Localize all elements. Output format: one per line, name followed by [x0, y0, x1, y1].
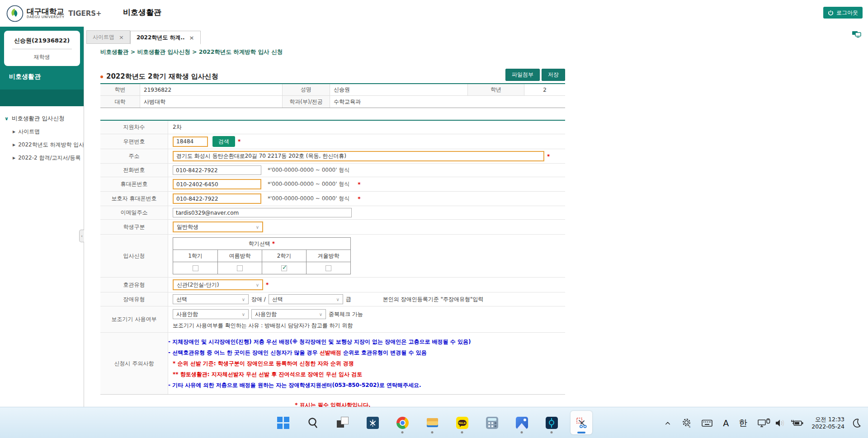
hidden-icons-chevron[interactable] — [663, 418, 673, 428]
tab-summer-application[interactable]: 2022학년도 하계.. × — [130, 31, 201, 44]
major-label: 학과(부)/전공 — [283, 96, 330, 108]
kakaotalk-button[interactable]: TALK — [451, 411, 473, 434]
save-button[interactable]: 저장 — [542, 69, 565, 81]
ink-app-icon — [367, 417, 379, 429]
touch-keyboard-icon[interactable] — [701, 417, 713, 429]
top-header: 대구대학교 DAEGU UNIVERSITY TIGERS+ 비호생활관 로그아… — [0, 0, 868, 27]
guardian-mobile-row: 보호자 휴대폰번호 *'000-0000-0000 ~ 0000' 형식 * — [100, 192, 565, 206]
assistive-device-row: 보조기기 사용여부 사용안함 ∨ 사용안함 ∨ 중복체크 가능 — [100, 306, 565, 333]
orange-bullet-icon — [100, 75, 103, 78]
dorm-type-label: 호관유형 — [100, 278, 168, 292]
dorm-type-row: 호관유형 신관(2인실-단기) ∨ * — [100, 278, 565, 292]
phone-row: 전화번호 *'000-0000-0000 ~ 0000' 형식 — [100, 164, 565, 177]
disability-type-select[interactable]: 선택 ∨ — [173, 294, 249, 304]
running-indicator — [401, 431, 404, 433]
kakaotalk-icon: TALK — [456, 417, 468, 429]
university-logo[interactable]: 대구대학교 DAEGU UNIVERSITY TIGERS+ — [6, 5, 102, 22]
snipping-tool-icon — [576, 417, 588, 429]
round-label: 지원차수 — [100, 121, 168, 134]
svg-text:s: s — [689, 424, 691, 429]
notice-label: 신청시 주의사항 — [100, 333, 168, 394]
mobile-format-hint: *'000-0000-0000 ~ 0000' 형식 — [268, 180, 349, 188]
email-input[interactable] — [173, 208, 352, 217]
attach-file-button[interactable]: 파일첨부 — [505, 69, 540, 81]
mobile-input[interactable] — [173, 179, 261, 189]
sidebar-collapse-handle[interactable]: ‹ — [79, 230, 84, 242]
sidebar: 신승원(21936822) 재학생 비호생활관 ∨ 비호생활관 입사신청 ▶ 사… — [0, 27, 84, 407]
breadcrumb: 비호생활관 > 비호생활관 입사신청 > 2022학년도 하계방학 입사 신청 — [100, 48, 868, 56]
notice-row: 신청시 주의사항 - 지체장애인 및 시각장애인(진행) 저층 우선 배정(※ … — [100, 333, 565, 394]
semester-table-title: 학기선택 — [249, 240, 270, 248]
semester-checkbox[interactable] — [237, 265, 243, 271]
assistive-label: 보조기기 사용여부 — [100, 306, 168, 332]
sidebar-item-sitemap[interactable]: ▶ 사이트맵 — [0, 125, 84, 138]
taskbar-clock[interactable]: 오전 12:33 2022-05-24 — [811, 416, 844, 430]
start-button[interactable] — [272, 411, 294, 434]
search-button[interactable] — [302, 411, 324, 434]
university-emblem-icon — [6, 5, 24, 22]
chevron-down-icon: ∨ — [256, 225, 259, 230]
triangle-right-icon: ▶ — [13, 130, 15, 134]
selected-value: 사용안함 — [255, 311, 277, 318]
ink-app-button[interactable] — [362, 411, 383, 434]
calculator-button[interactable] — [481, 411, 503, 434]
student-type-label: 학생구분 — [100, 220, 168, 234]
guardian-mobile-label: 보호자 휴대폰번호 — [100, 192, 168, 206]
logout-button[interactable]: 로그아웃 — [823, 7, 863, 19]
required-mark: * — [547, 153, 550, 160]
running-indicator — [551, 431, 553, 433]
required-mark: * — [358, 196, 360, 202]
email-label: 이메일주소 — [100, 206, 168, 219]
sidebar-item-application-root[interactable]: ∨ 비호생활관 입사신청 — [0, 112, 84, 125]
disability-grade-select[interactable]: 선택 ∨ — [269, 294, 343, 304]
chrome-icon — [396, 417, 409, 429]
sidebar-item-summer-application[interactable]: ▶ 2022학년도 하계방학 입사 — [0, 138, 84, 151]
windows-taskbar: TALK — [0, 407, 868, 438]
settings-gear-icon[interactable]: s — [681, 417, 692, 429]
phone-input[interactable] — [173, 165, 261, 175]
ime-latin-indicator[interactable]: A — [723, 418, 729, 428]
photos-button[interactable] — [511, 411, 533, 434]
student-type-row: 학생구분 일반학생 ∨ — [100, 220, 565, 235]
round-value: 2차 — [173, 123, 182, 131]
tab-sitemap[interactable]: 사이트맵 × — [86, 30, 130, 44]
zipcode-search-button[interactable]: 검색 — [212, 136, 235, 147]
guardian-format-hint: *'000-0000-0000 ~ 0000' 형식 — [268, 195, 349, 203]
assistive-select-1[interactable]: 사용안함 ∨ — [173, 309, 249, 319]
user-status-badge: 재학생 — [4, 53, 80, 61]
volume-icon[interactable] — [774, 417, 786, 429]
address-input[interactable] — [173, 151, 544, 161]
dorm-type-select[interactable]: 신관(2인실-단기) ∨ — [173, 279, 263, 290]
close-icon[interactable]: × — [119, 34, 124, 41]
chrome-button[interactable] — [392, 411, 413, 434]
round-row: 지원차수 2차 — [100, 121, 565, 134]
selected-value: 선택 — [176, 296, 187, 303]
file-explorer-button[interactable] — [421, 411, 443, 434]
disability-label: 장애유형 — [100, 292, 168, 306]
ime-korean-indicator[interactable]: 한 — [739, 417, 747, 429]
running-indicator — [461, 431, 463, 433]
battery-charging-icon[interactable] — [790, 417, 804, 429]
required-mark: * — [238, 138, 241, 145]
address-row: 주소 * — [100, 149, 565, 164]
snipping-tool-button[interactable] — [571, 411, 592, 434]
display-device-icon[interactable] — [757, 417, 771, 429]
semester-checkbox[interactable] — [281, 265, 287, 271]
task-view-button[interactable] — [332, 411, 354, 434]
assistive-select-2[interactable]: 사용안함 ∨ — [251, 309, 326, 319]
search-icon — [307, 417, 319, 429]
dual-screen-icon[interactable] — [852, 31, 862, 39]
semester-checkbox[interactable] — [193, 265, 198, 271]
notice-line: * 순위 선발 기준: 학생구분이 장애인으로 등록하여 신청한 자와 순위 경… — [168, 358, 565, 369]
guardian-mobile-input[interactable] — [173, 193, 261, 204]
chevron-down-icon: ∨ — [256, 283, 259, 287]
student-type-select[interactable]: 일반학생 ∨ — [173, 221, 263, 232]
brand-suffix: TIGERS+ — [68, 9, 101, 18]
sidebar-item-result-invoice[interactable]: ▶ 2022-2 합격/고지서/등록 — [0, 151, 84, 165]
do-not-disturb-moon-icon[interactable] — [851, 418, 862, 429]
form-title: 2022학년도 2학기 재학생 입사신청 — [106, 72, 218, 81]
archive-app-button[interactable] — [541, 411, 562, 434]
semester-checkbox[interactable] — [326, 265, 331, 271]
close-icon[interactable]: × — [189, 34, 194, 41]
zipcode-input[interactable] — [173, 137, 208, 147]
